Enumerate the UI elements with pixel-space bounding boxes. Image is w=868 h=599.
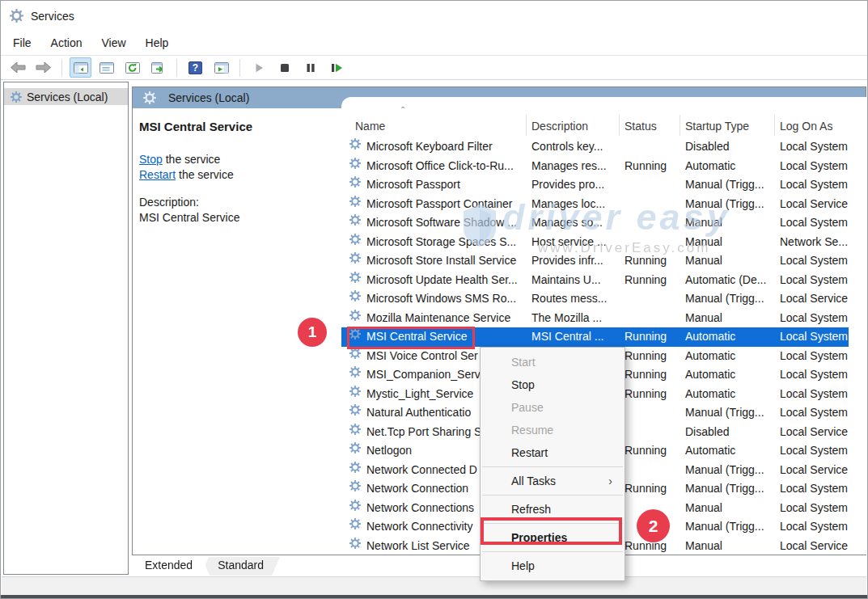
menu-separator: [482, 523, 623, 524]
context-menu-item-help[interactable]: Help: [481, 555, 625, 577]
service-row[interactable]: Microsoft Update Health Ser... Maintains…: [341, 271, 849, 290]
service-row[interactable]: Microsoft Store Install Service Provides…: [341, 251, 849, 271]
service-startup-type-cell: Automatic: [685, 441, 773, 461]
column-header-description[interactable]: Description: [531, 120, 588, 133]
properties-button[interactable]: [95, 57, 117, 78]
service-status-cell: Running: [625, 327, 683, 347]
pause-service-button[interactable]: [299, 57, 321, 78]
context-menu-item-start[interactable]: Start: [481, 351, 625, 373]
service-description-cell: Maintains U...: [531, 271, 614, 290]
service-description-cell: MSI Central ...: [531, 327, 614, 347]
context-menu-item-resume[interactable]: Resume: [481, 419, 625, 441]
service-startup-type-cell: Automatic: [685, 365, 773, 385]
service-log-on-as-cell: Local System: [780, 213, 849, 233]
help-button[interactable]: ?: [184, 57, 206, 78]
restart-service-suffix: the service: [176, 168, 234, 181]
sort-ascending-icon: ˆ: [401, 105, 404, 117]
column-divider[interactable]: [680, 115, 680, 136]
export-list-button[interactable]: [147, 57, 169, 78]
service-startup-type-cell: Manual (Trigg...: [685, 461, 773, 480]
services-gear-icon: [11, 91, 22, 103]
service-startup-type-cell: Disabled: [685, 137, 773, 157]
context-menu-item-refresh[interactable]: Refresh: [481, 498, 625, 521]
service-row[interactable]: Mozilla Maintenance Service The Mozilla …: [341, 309, 849, 328]
start-service-button[interactable]: [248, 57, 269, 78]
service-gear-icon: [349, 500, 361, 511]
column-header-name[interactable]: Name: [355, 120, 385, 133]
service-log-on-as-cell: Local System: [780, 403, 849, 423]
service-startup-type-cell: Manual (Trigg...: [685, 479, 773, 499]
window-title: Services: [31, 10, 74, 23]
service-log-on-as-cell: Local System: [780, 271, 849, 290]
service-description-cell: Manages res...: [531, 157, 614, 176]
svg-text:?: ?: [193, 62, 198, 74]
column-divider[interactable]: [526, 115, 527, 136]
service-log-on-as-cell: Local Service: [780, 423, 849, 442]
service-log-on-as-cell: Local Service: [780, 195, 849, 214]
column-divider[interactable]: [619, 115, 620, 136]
forward-button[interactable]: [32, 57, 54, 78]
column-header-log-on-as[interactable]: Log On As: [780, 120, 832, 133]
back-button[interactable]: [6, 57, 28, 78]
service-gear-icon: [349, 348, 361, 359]
service-status-cell: Running: [625, 479, 683, 499]
service-name-cell: Microsoft Storage Spaces S...: [366, 233, 525, 252]
stop-service-link[interactable]: Stop: [139, 153, 163, 166]
service-row[interactable]: Microsoft Windows SMS Ro... Routes mess.…: [341, 289, 849, 309]
service-startup-type-cell: Manual (Trigg...: [685, 517, 773, 537]
context-menu-item-stop[interactable]: Stop: [481, 373, 625, 396]
app-gear-icon: [10, 9, 23, 23]
restart-service-link[interactable]: Restart: [139, 168, 176, 181]
service-startup-type-cell: Manual: [685, 233, 773, 252]
menu-action[interactable]: Action: [41, 33, 92, 53]
service-gear-icon: [349, 290, 361, 302]
column-header-startup-type[interactable]: Startup Type: [685, 120, 749, 133]
menu-view[interactable]: View: [91, 33, 135, 53]
service-gear-icon: [349, 272, 361, 283]
service-status-cell: Running: [625, 385, 683, 404]
service-status-cell: Running: [625, 365, 683, 385]
service-description-cell: Manages so...: [531, 213, 614, 233]
context-menu-item-properties[interactable]: Properties: [481, 526, 625, 549]
tab-extended[interactable]: Extended: [129, 557, 209, 576]
service-gear-icon: [349, 252, 361, 264]
tab-standard[interactable]: Standard: [201, 557, 280, 576]
toolbar: ?: [1, 55, 867, 80]
stop-service-button[interactable]: [273, 57, 295, 78]
show-action-pane-button[interactable]: [210, 57, 232, 78]
service-startup-type-cell: Manual: [685, 537, 773, 555]
properties-window-icon: [100, 61, 114, 74]
service-row[interactable]: Microsoft Storage Spaces S... Host servi…: [341, 233, 849, 252]
service-status-cell: Running: [625, 537, 683, 555]
service-status-cell: Running: [625, 347, 683, 366]
restart-service-button[interactable]: [325, 57, 347, 78]
restart-service-icon: [329, 61, 343, 74]
service-row[interactable]: MSI Central Service MSI Central ... Runn…: [341, 327, 849, 347]
column-divider[interactable]: [774, 115, 775, 136]
submenu-arrow-icon: ›: [608, 470, 612, 492]
service-row[interactable]: Microsoft Keyboard Filter Controls key..…: [341, 137, 849, 157]
help-icon: ?: [188, 61, 202, 74]
service-row[interactable]: Microsoft Software Shadow ... Manages so…: [341, 213, 849, 233]
service-log-on-as-cell: Local System: [780, 347, 849, 366]
service-startup-type-cell: Automatic (De...: [685, 271, 773, 290]
menu-file[interactable]: File: [3, 33, 41, 53]
context-menu-item-restart[interactable]: Restart: [481, 441, 625, 464]
column-header-status[interactable]: Status: [625, 120, 657, 133]
service-row[interactable]: Microsoft Passport Provides pro... Manua…: [341, 175, 849, 195]
context-menu-item-pause[interactable]: Pause: [481, 396, 625, 419]
service-log-on-as-cell: Local System: [780, 517, 849, 537]
refresh-button[interactable]: [121, 57, 143, 78]
service-row[interactable]: Microsoft Office Click-to-Ru... Manages …: [341, 157, 849, 176]
service-log-on-as-cell: Local Service: [780, 537, 849, 555]
service-description-cell: Host service ...: [531, 233, 614, 252]
service-row[interactable]: Microsoft Passport Container Manages loc…: [341, 195, 849, 214]
service-log-on-as-cell: Local System: [780, 137, 849, 157]
show-console-tree-button[interactable]: [70, 57, 91, 78]
context-menu-item-all-tasks[interactable]: All Tasks›: [481, 470, 625, 492]
stop-service-line: Stop the service: [139, 153, 220, 166]
service-description-cell: Provides infr...: [531, 251, 614, 271]
menu-help[interactable]: Help: [136, 33, 179, 53]
service-name-cell: Microsoft Store Install Service: [366, 251, 525, 271]
tree-item-services-local[interactable]: Services (Local): [4, 88, 128, 105]
